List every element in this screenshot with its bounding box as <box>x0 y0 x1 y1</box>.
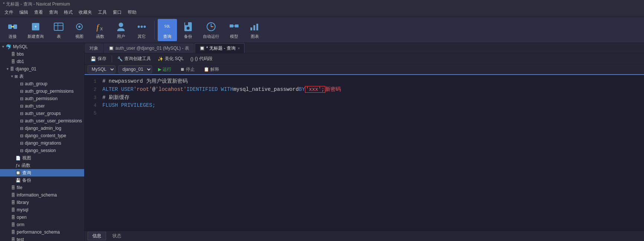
svg-point-16 <box>141 26 143 28</box>
tab-label-query-tab: * 无标题 - 查询 <box>206 45 236 52</box>
user-label: 用户 <box>117 34 125 39</box>
explain-button[interactable]: 📋 解释 <box>201 66 222 73</box>
menu-item-收藏夹[interactable]: 收藏夹 <box>76 9 95 16</box>
tree-item-queries-node[interactable]: 🔲查询 <box>0 169 84 176</box>
tree-item-auth-permission[interactable]: ⊟auth_permission <box>0 95 84 102</box>
stop-button[interactable]: ⏹ 停止 <box>177 66 198 73</box>
toolbar-btn-other[interactable]: 其它 <box>132 19 151 41</box>
tree-icon-django-migrations: ⊟ <box>20 141 23 146</box>
tree-item-open[interactable]: 🗄open <box>0 214 84 221</box>
tree-item-django-admin-log[interactable]: ⊟django_admin_log <box>0 125 84 132</box>
tree-item-backups-node[interactable]: 💾备份 <box>0 176 84 184</box>
code-editor[interactable]: 1# newpassword 为用户设置新密码2ALTER USER 'root… <box>85 75 644 231</box>
tree-item-mysql-root[interactable]: ▼🐬MySQL <box>0 43 84 50</box>
connection-select[interactable]: MySQL <box>88 65 115 73</box>
toolbar-btn-autorun[interactable]: 自动运行 <box>199 19 223 41</box>
tree-item-bbs[interactable]: 🗄bbs <box>0 50 84 58</box>
tree-item-funcs-node[interactable]: ƒx函数 <box>0 162 84 169</box>
tree-item-mysql[interactable]: 🗄mysql <box>0 206 84 214</box>
line-content-1: # newpassword 为用户设置新密码 <box>102 78 188 85</box>
autorun-label: 自动运行 <box>203 34 219 39</box>
svg-rect-31 <box>256 24 258 30</box>
save-button[interactable]: 💾 保存 <box>88 55 109 63</box>
tree-icon-queries-node: 🔲 <box>16 171 21 175</box>
tree-label-views-node: 视图 <box>22 155 31 161</box>
menu-item-格式[interactable]: 格式 <box>61 9 76 16</box>
tree-label-backups-node: 备份 <box>22 177 31 184</box>
tree-label-auth-permission: auth_permission <box>25 96 58 101</box>
new-query-icon: + <box>30 21 42 33</box>
tree-item-auth-user-groups[interactable]: ⊟auth_user_groups <box>0 110 84 117</box>
menu-item-帮助[interactable]: 帮助 <box>125 9 139 16</box>
code-line-5: 5 <box>85 110 644 119</box>
tree-item-auth-user[interactable]: ⊟auth_user <box>0 102 84 110</box>
tree-item-library[interactable]: 🗄library <box>0 199 84 206</box>
toolbar-btn-connect[interactable]: 连接 <box>3 19 22 41</box>
toolbar-btn-table[interactable]: 表 <box>49 19 68 41</box>
toolbar-separator <box>154 21 155 39</box>
bottom-tab-信息[interactable]: 信息 <box>88 232 106 240</box>
toolbar-btn-new-query[interactable]: +新建查询 <box>24 19 47 41</box>
code-block-button[interactable]: () () 代码段 <box>187 55 215 63</box>
model-icon <box>228 21 240 33</box>
code-line-4: 4FLUSH PRIVILEGES; <box>85 102 644 110</box>
database-select[interactable]: django_01 <box>118 65 152 73</box>
tree-icon-django-admin-log: ⊟ <box>20 126 23 131</box>
tree-label-mysql: mysql <box>17 207 28 212</box>
run-button[interactable]: ▶ 运行 <box>155 66 174 73</box>
tree-item-django-content-type[interactable]: ⊟django_content_type <box>0 132 84 139</box>
model-label: 模型 <box>230 34 238 39</box>
tree-label-django-migrations: django_migrations <box>25 141 61 146</box>
menu-item-工具[interactable]: 工具 <box>95 9 110 16</box>
menu-item-窗口[interactable]: 窗口 <box>110 9 125 16</box>
toolbar-btn-chart[interactable]: 图表 <box>245 19 264 41</box>
svg-rect-7 <box>54 23 63 30</box>
tree-item-django-session[interactable]: ⊟django_session <box>0 147 84 154</box>
backup-label: 备份 <box>184 34 192 39</box>
menu-item-文件[interactable]: 文件 <box>1 9 16 16</box>
toolbar-btn-backup[interactable]: 备份 <box>178 19 198 41</box>
tree-label-orm: orm <box>17 222 24 227</box>
toolbar-btn-query[interactable]: SQL查询 <box>158 19 177 41</box>
tree-item-db1[interactable]: 🗄db1 <box>0 58 84 65</box>
svg-text:+: + <box>34 24 37 29</box>
menu-item-编辑[interactable]: 编辑 <box>16 9 31 16</box>
tree-item-orm[interactable]: 🗄orm <box>0 221 84 228</box>
tree-icon-auth-user: ⊟ <box>20 104 23 109</box>
stop-label: 停止 <box>186 66 195 73</box>
bottom-tab-状态[interactable]: 状态 <box>108 232 126 240</box>
toolbar-btn-view[interactable]: 视图 <box>70 19 89 41</box>
tree-label-funcs-node: 函数 <box>22 162 30 169</box>
builder-icon: 🔧 <box>117 56 123 62</box>
toolbar-btn-user[interactable]: 用户 <box>111 19 131 41</box>
beautify-button[interactable]: ✨ 美化 SQL <box>155 55 187 63</box>
tree-item-django-01[interactable]: ▼🗄django_01 <box>0 65 84 73</box>
line-number-3: 3 <box>88 95 96 100</box>
tree-item-views-node[interactable]: 📄视图 <box>0 154 84 162</box>
query-builder-button[interactable]: 🔧 查询创建工具 <box>114 55 154 63</box>
toolbar-btn-model[interactable]: 模型 <box>224 19 244 41</box>
menu-item-查看[interactable]: 查看 <box>31 9 46 16</box>
token-4-0: FLUSH PRIVILEGES; <box>102 102 155 108</box>
tree-item-auth-group[interactable]: ⊟auth_group <box>0 80 84 88</box>
view-icon <box>73 21 85 33</box>
svg-rect-30 <box>253 25 255 30</box>
tree-icon-mysql-root: 🐬 <box>6 44 12 50</box>
tree-item-file[interactable]: 🗄file <box>0 184 84 191</box>
code-block-label: () 代码段 <box>195 56 212 62</box>
tree-label-mysql-root: MySQL <box>13 44 28 49</box>
tab-object-tab[interactable]: 对象 <box>85 43 103 53</box>
tree-item-auth-user-user-perms[interactable]: ⊟auth_user_user_permissions <box>0 117 84 125</box>
tab-close-query-tab[interactable]: × <box>238 46 240 50</box>
tree-item-performance-schema[interactable]: 🗄performance_schema <box>0 228 84 236</box>
menu-item-查询[interactable]: 查询 <box>46 9 61 16</box>
tab-query-tab[interactable]: 🔲* 无标题 - 查询× <box>195 43 245 53</box>
tree-item-django-migrations[interactable]: ⊟django_migrations <box>0 139 84 147</box>
tree-item-tables-node[interactable]: ▼⊞表 <box>0 73 84 80</box>
tree-item-auth-group-perms[interactable]: ⊟auth_group_permissions <box>0 88 84 95</box>
toolbar-btn-function[interactable]: fx函数 <box>91 19 110 41</box>
chart-label: 图表 <box>251 34 259 39</box>
tree-item-test[interactable]: 🗄test <box>0 236 84 241</box>
tree-item-information-schema[interactable]: 🗄information_schema <box>0 191 84 199</box>
tab-auth-user-tab[interactable]: 🔲auth_user @django_01 (MySQL) - 表 <box>104 43 194 53</box>
